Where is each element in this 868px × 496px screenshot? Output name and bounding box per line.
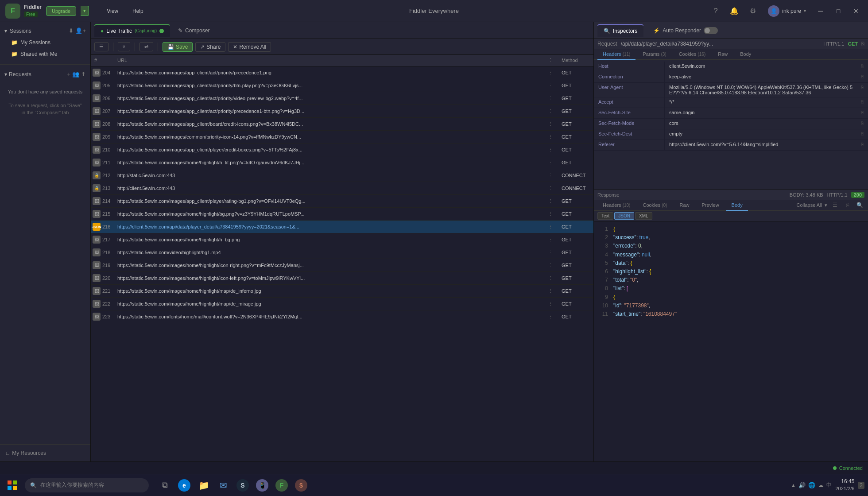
row-more-icon[interactable]: ⋮ — [545, 69, 558, 77]
row-more-icon[interactable]: ⋮ — [545, 274, 558, 283]
upgrade-dropdown-button[interactable]: ▾ — [81, 6, 89, 16]
close-button[interactable]: ✕ — [849, 6, 863, 16]
tab-auto-responder[interactable]: ⚡ Auto Responder — [647, 24, 724, 37]
notification-button[interactable]: 🔔 — [727, 4, 741, 18]
menu-view[interactable]: View — [102, 6, 123, 16]
manage-request-icon[interactable]: 👥 — [72, 71, 79, 78]
req-tab-raw[interactable]: Raw — [713, 49, 733, 60]
row-more-icon[interactable]: ⋮ — [545, 120, 558, 128]
menu-help[interactable]: Help — [128, 6, 148, 16]
table-row[interactable]: 🔒 213 http://client.5ewin.com:443 ⋮ CONN… — [91, 182, 593, 195]
resp-list-view-btn[interactable]: ☰ — [830, 200, 840, 210]
row-more-icon[interactable]: ⋮ — [545, 159, 558, 167]
copy-header-btn[interactable]: ⎘ — [859, 140, 868, 150]
copy-header-btn[interactable]: ⎘ — [859, 108, 868, 118]
req-tab-headers[interactable]: Headers (11) — [597, 49, 636, 60]
copy-header-btn[interactable]: ⎘ — [859, 97, 868, 108]
resp-tab-preview[interactable]: Preview — [696, 200, 724, 211]
sidebar-item-my-sessions[interactable]: 📁 My Sessions — [0, 37, 90, 48]
notification-badge[interactable]: 2 — [858, 482, 864, 489]
copy-header-btn[interactable]: ⎘ — [859, 119, 868, 129]
settings-button[interactable]: ⚙ — [746, 4, 760, 18]
row-more-icon[interactable]: ⋮ — [545, 184, 558, 193]
table-row[interactable]: 🖼 210 https://static.5ewin.com/images/ap… — [91, 143, 593, 156]
row-more-icon[interactable]: ⋮ — [545, 223, 558, 231]
req-tab-cookies[interactable]: Cookies (16) — [674, 49, 711, 60]
table-row[interactable]: 🖼 206 https://static.5ewin.com/images/ap… — [91, 92, 593, 105]
resp-search-btn[interactable]: 🔍 — [855, 200, 864, 210]
taskbar-search[interactable]: 🔍 在这里输入你要搜索的内容 — [25, 478, 149, 492]
upgrade-button[interactable]: Upgrade — [46, 6, 76, 16]
table-row[interactable]: 🖼 222 https://static.5ewin.com/images/ho… — [91, 298, 593, 310]
add-request-icon[interactable]: + — [67, 71, 70, 78]
row-more-icon[interactable]: ⋮ — [545, 133, 558, 141]
table-row[interactable]: 🖼 208 https://static.5ewin.com/images/ap… — [91, 118, 593, 131]
row-more-icon[interactable]: ⋮ — [545, 94, 558, 103]
help-button[interactable]: ? — [709, 4, 723, 18]
table-row[interactable]: 🖼 217 https://static.5ewin.com/images/ho… — [91, 233, 593, 246]
table-row[interactable]: 🖼 223 https://static.5ewin.com/fonts/hom… — [91, 310, 593, 323]
tray-up-arrow[interactable]: ▲ — [791, 482, 796, 488]
minimize-button[interactable]: ─ — [814, 6, 827, 16]
add-session-icon[interactable]: 👤+ — [75, 27, 86, 34]
row-more-icon[interactable]: ⋮ — [545, 210, 558, 218]
table-row[interactable]: JSON 216 https://client.5ewin.com/api/da… — [91, 221, 593, 233]
req-tab-body[interactable]: Body — [735, 49, 756, 60]
table-row[interactable]: 🖼 221 https://static.5ewin.com/images/ho… — [91, 285, 593, 298]
edge-browser-app[interactable]: e — [175, 477, 193, 494]
collapse-arrow-icon[interactable]: ▾ — [825, 202, 827, 208]
row-more-icon[interactable]: ⋮ — [545, 236, 558, 244]
user-area[interactable]: 👤 ink pure ▾ — [764, 4, 810, 19]
table-row[interactable]: 🖼 218 https://static.5ewin.com/video/hig… — [91, 246, 593, 259]
row-more-icon[interactable]: ⋮ — [545, 248, 558, 257]
format-json-btn[interactable]: JSON — [614, 212, 634, 220]
table-row[interactable]: 🖼 207 https://static.5ewin.com/images/ap… — [91, 105, 593, 118]
table-row[interactable]: 🖼 209 https://static.5ewin.com/images/co… — [91, 131, 593, 143]
save-button[interactable]: 💾 Save — [163, 42, 193, 52]
save-session-icon[interactable]: ⬇ — [69, 27, 74, 34]
phone-app[interactable]: 📱 — [253, 477, 271, 494]
extra-app[interactable]: $ — [292, 477, 310, 494]
auto-responder-toggle[interactable] — [704, 27, 718, 34]
resp-tab-cookies[interactable]: Cookies (0) — [637, 200, 672, 211]
resp-copy-btn[interactable]: ⎘ — [842, 200, 852, 210]
steam-app[interactable]: S — [234, 477, 252, 494]
tab-live-traffic[interactable]: ● Live Traffic (Capturing) — [94, 24, 170, 37]
copy-header-btn[interactable]: ⎘ — [859, 129, 868, 140]
row-more-icon[interactable]: ⋮ — [545, 197, 558, 205]
resp-tab-raw[interactable]: Raw — [674, 200, 694, 211]
resp-tab-body[interactable]: Body — [726, 200, 748, 211]
file-explorer-app[interactable]: 📁 — [195, 477, 213, 494]
row-more-icon[interactable]: ⋮ — [545, 107, 558, 116]
my-resources-item[interactable]: □ My Resources — [4, 448, 87, 458]
maximize-button[interactable]: □ — [832, 6, 845, 16]
row-more-icon[interactable]: ⋮ — [545, 146, 558, 154]
start-button[interactable] — [4, 477, 21, 494]
tab-composer[interactable]: ✎ Composer — [172, 25, 216, 36]
share-button[interactable]: ↗ Share — [195, 42, 225, 52]
table-row[interactable]: 🖼 220 https://static.5ewin.com/images/ho… — [91, 272, 593, 285]
format-xml-btn[interactable]: XML — [635, 212, 652, 220]
mail-app[interactable]: ✉ — [214, 477, 232, 494]
table-row[interactable]: 🖼 215 https://static.5ewin.com/images/ho… — [91, 208, 593, 221]
row-more-icon[interactable]: ⋮ — [545, 287, 558, 295]
copy-url-icon[interactable]: ⎘ — [861, 41, 864, 47]
collapse-all-label[interactable]: Collapse All — [797, 202, 822, 208]
tab-inspectors[interactable]: 🔍 Inspectors — [597, 24, 643, 37]
table-row[interactable]: 🖼 211 https://static.5ewin.com/images/ho… — [91, 156, 593, 169]
import-request-icon[interactable]: ⬆ — [81, 71, 86, 78]
table-row[interactable]: 🖼 219 https://static.5ewin.com/images/ho… — [91, 259, 593, 272]
remove-all-button[interactable]: ✕ Remove All — [228, 42, 271, 52]
row-more-icon[interactable]: ⋮ — [545, 313, 558, 321]
copy-header-btn[interactable]: ⎘ — [859, 83, 868, 97]
resp-tab-headers[interactable]: Headers (10) — [597, 200, 636, 211]
row-more-icon[interactable]: ⋮ — [545, 81, 558, 90]
copy-header-btn[interactable]: ⎘ — [859, 72, 868, 82]
sessions-section-header[interactable]: ▾ Sessions ⬇ 👤+ — [0, 25, 90, 37]
row-more-icon[interactable]: ⋮ — [545, 171, 558, 180]
task-view-button[interactable]: ⧉ — [156, 477, 174, 494]
layout-button[interactable]: ☰ — [94, 42, 108, 51]
table-row[interactable]: 🔒 212 http://static.5ewin.com:443 ⋮ CONN… — [91, 169, 593, 182]
row-more-icon[interactable]: ⋮ — [545, 300, 558, 308]
table-row[interactable]: 🖼 205 https://static.5ewin.com/images/ap… — [91, 79, 593, 92]
